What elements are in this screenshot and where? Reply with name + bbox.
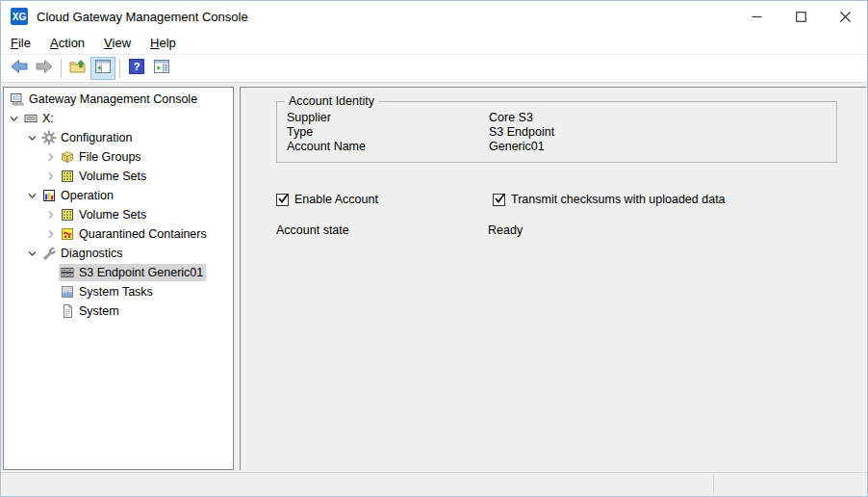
tree-node-body: Volume Sets (59, 168, 149, 185)
toolbar: ? (1, 55, 867, 83)
chevron-collapsed-icon[interactable] (42, 226, 59, 242)
tree-node-body: File Groups (59, 148, 144, 166)
checkbox-box[interactable] (276, 194, 289, 206)
tree-item-quarantined-containers[interactable]: Quarantined Containers (4, 224, 233, 244)
chevron-spacer (42, 265, 59, 280)
tree-item-label: Volume Sets (79, 208, 146, 222)
field-label: Supplier (287, 111, 489, 125)
tree-item-gateway-management-console[interactable]: Gateway Management Console (4, 90, 233, 109)
console-root-icon (10, 92, 25, 107)
checkbox-transmit-checksums-with-uploaded-data[interactable]: Transmit checksums with uploaded data (493, 193, 726, 206)
tree-item-file-groups[interactable]: File Groups (4, 147, 233, 167)
tree-node-body: X: (22, 110, 57, 127)
menubar: File Action View Help (1, 32, 867, 55)
field-value: Generic01 (489, 140, 545, 154)
svg-text:?: ? (133, 61, 140, 72)
chevron-expanded-icon[interactable] (24, 130, 40, 145)
tree-node-body: S3 Endpoint Generic01 (59, 264, 206, 281)
drive-icon (23, 111, 38, 126)
minimize-button[interactable] (734, 1, 779, 32)
tree-item-label: System (79, 304, 119, 318)
field-row-account-name: Account NameGeneric01 (287, 140, 836, 154)
window-title: Cloud Gateway Management Console (37, 10, 248, 24)
tree-item-s3-endpoint-generic01[interactable]: S3 Endpoint Generic01 (4, 263, 233, 282)
menu-help[interactable]: Help (144, 34, 182, 52)
status-bar-divider (713, 475, 714, 494)
console-tree: Gateway Management ConsoleX:Configuratio… (3, 87, 234, 470)
tree-item-label: Configuration (61, 131, 132, 144)
checkbox-label: Enable Account (294, 193, 378, 206)
chevron-spacer (42, 284, 59, 300)
volume-grid-icon (60, 169, 75, 184)
account-identity-fields: SupplierCore S3TypeS3 EndpointAccount Na… (277, 102, 836, 154)
system-tasks-icon (60, 284, 75, 300)
checkbox-enable-account[interactable]: Enable Account (276, 193, 493, 206)
menu-file[interactable]: File (5, 34, 37, 52)
tree-item-configuration[interactable]: Configuration (4, 128, 233, 147)
action-pane-toggle-icon (152, 57, 171, 80)
group-title: Account Identity (285, 94, 378, 108)
details-pane: Account Identity SupplierCore S3TypeS3 E… (240, 87, 866, 470)
chevron-collapsed-icon[interactable] (42, 149, 59, 165)
close-button[interactable] (823, 1, 867, 32)
up-one-level-button[interactable] (65, 57, 90, 80)
chevron-collapsed-icon[interactable] (42, 207, 59, 222)
tree-item-system-tasks[interactable]: System Tasks (4, 282, 233, 301)
wrench-icon (41, 246, 57, 261)
forward-arrow-icon (35, 57, 54, 80)
tree-item-volume-sets[interactable]: Volume Sets (4, 205, 233, 224)
up-one-level-icon (68, 57, 88, 80)
tree-node-body: Quarantined Containers (59, 225, 210, 243)
back-arrow-icon (10, 57, 29, 80)
back-arrow-button[interactable] (7, 57, 32, 80)
tree-node-body: Volume Sets (59, 206, 149, 223)
chevron-expanded-icon[interactable] (24, 188, 40, 203)
menu-action[interactable]: Action (44, 34, 90, 52)
checkbox-label: Transmit checksums with uploaded data (511, 193, 726, 206)
tree-item-label: Operation (61, 189, 114, 202)
console-tree-toggle-icon (93, 57, 113, 80)
account-state-row: Account state Ready (276, 223, 523, 237)
tree-item-label: System Tasks (79, 285, 153, 299)
close-icon (840, 12, 851, 22)
maximize-icon (796, 12, 806, 22)
document-icon (60, 303, 75, 319)
minimize-icon (752, 12, 762, 22)
menu-view[interactable]: View (98, 34, 137, 52)
account-identity-group: Account Identity SupplierCore S3TypeS3 E… (276, 101, 837, 163)
bar-chart-icon (41, 188, 57, 203)
tree-item-label: X: (42, 112, 54, 125)
tree-node-body: Gateway Management Console (9, 91, 200, 108)
main-area: Gateway Management ConsoleX:Configuratio… (1, 83, 867, 472)
tree-node-body: System Tasks (59, 283, 156, 301)
chevron-collapsed-icon[interactable] (42, 169, 59, 184)
toolbar-separator (119, 59, 120, 78)
account-state-value: Ready (488, 223, 523, 237)
maximize-button[interactable] (779, 1, 823, 32)
checkbox-box[interactable] (493, 194, 505, 206)
endpoint-cells-icon (60, 265, 75, 280)
tree-item-label: Gateway Management Console (29, 92, 197, 106)
tree-item-x[interactable]: X: (4, 109, 233, 128)
help-icon: ? (127, 57, 146, 80)
field-row-type: TypeS3 Endpoint (287, 125, 836, 140)
package-icon (60, 149, 75, 165)
tree-item-system[interactable]: System (4, 301, 233, 321)
console-tree-toggle-button[interactable] (90, 57, 115, 80)
tree-item-label: Quarantined Containers (79, 227, 207, 241)
tree-node-body: Diagnostics (40, 245, 126, 262)
tree-item-diagnostics[interactable]: Diagnostics (4, 244, 233, 263)
tree-item-label: Diagnostics (61, 247, 123, 260)
app-icon: XG (11, 8, 28, 25)
help-button[interactable]: ? (124, 57, 149, 80)
toolbar-separator (61, 59, 62, 78)
tree-item-volume-sets[interactable]: Volume Sets (4, 167, 233, 186)
forward-arrow-button[interactable] (32, 57, 57, 80)
quarantine-icon (60, 226, 75, 242)
volume-grid-icon (60, 207, 75, 222)
status-bar (1, 472, 867, 496)
action-pane-toggle-button[interactable] (149, 57, 174, 80)
chevron-expanded-icon[interactable] (24, 246, 40, 261)
chevron-expanded-icon[interactable] (6, 111, 22, 126)
tree-item-operation[interactable]: Operation (4, 186, 233, 205)
